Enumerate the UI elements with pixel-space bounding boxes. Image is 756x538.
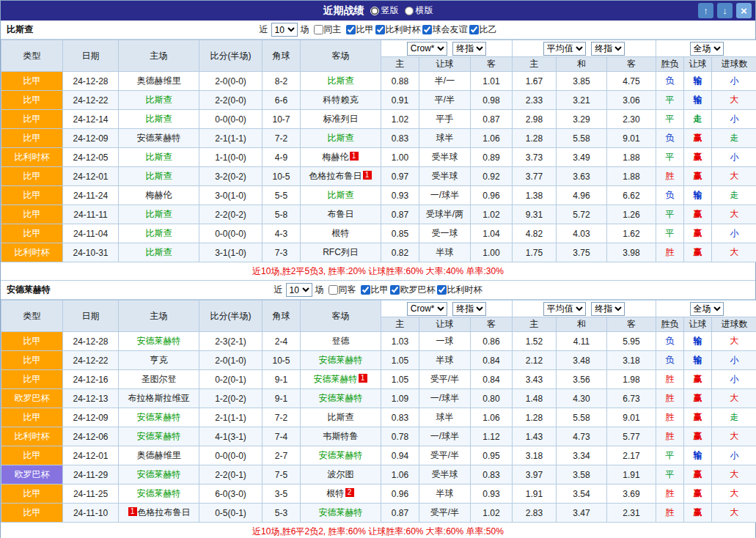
match-row: 欧罗巴杯24-11-29安德莱赫特2-2(0-1)7-5波尔图1.06受半球0.… [1,465,756,484]
away-team-cell: 科特赖克 [301,91,381,110]
scope-select[interactable]: 全场 [690,42,724,56]
asia-handicap: 受半球 [419,167,471,186]
team-link[interactable]: 奥德赫维里 [137,75,181,86]
team-link[interactable]: 布拉格斯拉维亚 [128,393,190,403]
league-filter[interactable]: 比利时杯 [375,23,421,36]
team-link[interactable]: 比斯查 [146,228,172,238]
team-link[interactable]: 亨克 [150,355,168,365]
team-link[interactable]: 比斯查 [328,75,354,86]
team-link[interactable]: 标准列日 [323,114,359,124]
team-link[interactable]: 波尔图 [328,469,354,479]
team-link[interactable]: 比斯查 [146,247,172,257]
team-link[interactable]: 根特 [327,488,345,498]
team-link[interactable]: 布鲁日 [328,209,354,219]
same-home-filter[interactable]: 同主 [314,23,342,36]
asia-handicap: 一/球半 [419,186,471,205]
games-count-select[interactable]: 10 [286,283,312,297]
odds-provider-select[interactable]: Crow* [407,42,447,56]
team-link[interactable]: 安德莱赫特 [137,469,181,479]
euro-away-odds: 1.62 [607,224,656,243]
handicap-result-cell: 赢 [684,465,712,484]
league-filter[interactable]: 比利时杯 [437,284,482,296]
goals-result-cell: 小 [712,224,756,243]
team-link[interactable]: RFC列日 [323,247,359,257]
team-link[interactable]: 根特 [332,228,350,238]
team-link[interactable]: 梅赫伦 [146,190,172,200]
goals-result-cell: 大 [712,484,756,504]
team-link[interactable]: 比斯查 [146,114,172,124]
team-link[interactable]: 色格拉布鲁日 [309,171,362,181]
team-link[interactable]: 安德莱赫特 [137,431,181,441]
team-link[interactable]: 登德 [332,336,350,346]
league-filter[interactable]: 欧罗巴杯 [390,284,436,296]
league-checkbox[interactable] [390,285,400,295]
team-link[interactable]: 安德莱赫特 [319,450,363,460]
team-link[interactable]: 比斯查 [146,152,172,162]
layout-vertical-radio[interactable]: 竖版 [370,4,399,17]
horizontal-radio-input[interactable] [405,7,414,15]
team-link[interactable]: 比斯查 [328,190,354,200]
home-team-cell: 安德莱赫特 [119,484,199,504]
page-title: 近期战绩 [323,4,364,18]
same-away-filter[interactable]: 同客 [329,284,356,296]
same-home-checkbox[interactable] [314,25,323,34]
team-link[interactable]: 比斯查 [328,133,354,143]
score-cell: 2-1(1-1) [199,408,263,427]
league-label: 比甲 [371,284,389,296]
scope-select[interactable]: 全场 [690,302,724,316]
up-arrow-icon: ↑ [703,5,708,16]
score-cell: 4-1(3-1) [199,427,263,446]
team-link[interactable]: 安德莱赫特 [137,133,181,143]
asia-stage-select[interactable]: 终指 [452,42,486,56]
move-down-button[interactable]: ↓ [717,3,733,18]
team-link[interactable]: 韦斯特鲁 [323,431,359,441]
league-checkbox[interactable] [422,25,432,34]
league-label: 比甲 [356,23,374,36]
league-checkbox[interactable] [361,285,370,295]
odds-provider-select[interactable]: Crow* [407,302,447,316]
col-handicap-result: 让球 [684,317,712,332]
move-up-button[interactable]: ↑ [698,3,713,18]
team-link[interactable]: 比斯查 [328,412,354,422]
league-type-cell: 比甲 [1,110,63,129]
team-link[interactable]: 安德莱赫特 [137,488,181,498]
league-filter[interactable]: 比甲 [361,284,389,296]
team-link[interactable]: 科特赖克 [323,95,359,105]
team-link[interactable]: 安德莱赫特 [319,507,363,517]
col-asia-handicap: 让球 [419,57,471,72]
asia-stage-select[interactable]: 终指 [452,302,486,316]
league-filter[interactable]: 比乙 [469,23,497,36]
league-checkbox[interactable] [375,25,385,34]
rank-badge: 1 [128,507,137,516]
team-link[interactable]: 安德莱赫特 [137,336,181,346]
team-link[interactable]: 安德莱赫特 [314,374,358,384]
asia-handicap: 受半球 [419,148,471,167]
close-button[interactable]: × [736,3,752,18]
asia-away-odds: 0.87 [471,110,513,129]
vertical-radio-input[interactable] [370,7,379,15]
team-link[interactable]: 梅赫伦 [323,152,349,162]
team-link[interactable]: 安德莱赫特 [137,412,181,422]
euro-home-odds: 2.33 [513,91,557,110]
league-filter[interactable]: 球会友谊 [422,23,468,36]
team-link[interactable]: 圣图尔登 [142,374,177,384]
league-filter[interactable]: 比甲 [346,23,374,36]
team-link[interactable]: 奥德赫维里 [137,450,181,460]
team-link[interactable]: 色格拉布鲁日 [138,507,191,517]
same-away-checkbox[interactable] [329,285,338,295]
team-link[interactable]: 安德莱赫特 [319,393,363,403]
league-checkbox[interactable] [469,25,479,34]
team-link[interactable]: 比斯查 [146,171,172,181]
layout-horizontal-radio[interactable]: 横版 [405,4,433,17]
games-count-select[interactable]: 10 [271,23,298,37]
league-checkbox[interactable] [346,25,356,34]
euro-provider-select[interactable]: 平均值 [543,302,586,316]
league-checkbox[interactable] [437,285,447,295]
euro-stage-select[interactable]: 终指 [591,302,625,316]
team-link[interactable]: 比斯查 [146,95,172,105]
team-link[interactable]: 安德莱赫特 [319,355,363,365]
euro-stage-select[interactable]: 终指 [591,42,625,56]
team-link[interactable]: 比斯查 [146,209,172,219]
euro-draw-odds: 3.34 [557,446,607,465]
euro-provider-select[interactable]: 平均值 [543,42,586,56]
